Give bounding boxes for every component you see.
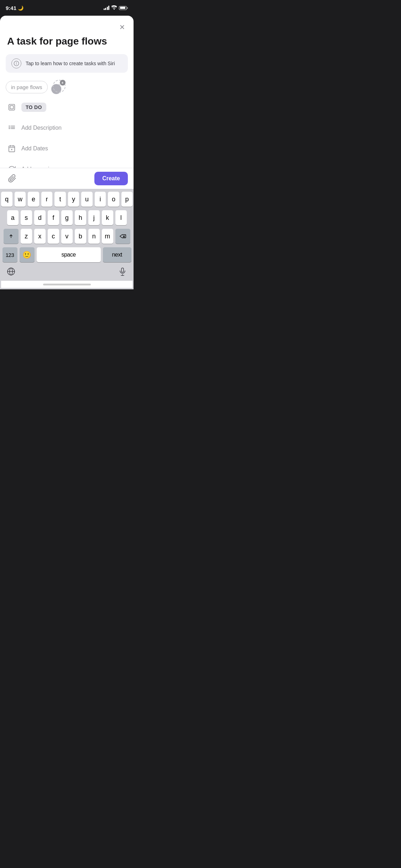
home-indicator [1, 281, 132, 288]
home-bar [43, 284, 91, 285]
key-b[interactable]: b [75, 229, 86, 244]
svg-point-5 [58, 84, 60, 86]
key-w[interactable]: w [15, 192, 26, 207]
task-title-input[interactable] [7, 36, 126, 47]
key-h[interactable]: h [75, 210, 86, 225]
attach-button[interactable] [6, 172, 19, 185]
svg-rect-7 [10, 105, 13, 109]
key-e[interactable]: e [28, 192, 39, 207]
key-i[interactable]: i [95, 192, 106, 207]
info-icon [11, 58, 21, 68]
key-j[interactable]: j [88, 210, 100, 225]
time-text: 9:41 [6, 5, 16, 11]
modal-content: Tap to learn how to create tasks with Si… [0, 16, 134, 168]
key-l[interactable]: l [115, 210, 127, 225]
key-r[interactable]: r [41, 192, 53, 207]
recurring-icon [7, 165, 16, 168]
key-k[interactable]: k [102, 210, 113, 225]
task-title-area [0, 36, 134, 54]
dates-row[interactable]: Add Dates [0, 138, 134, 159]
key-t[interactable]: t [54, 192, 66, 207]
wifi-icon [111, 5, 117, 11]
key-p[interactable]: p [121, 192, 133, 207]
description-row[interactable]: Add Description [0, 118, 134, 138]
todo-badge[interactable]: TO DO [21, 103, 46, 112]
bottom-toolbar: Create [0, 168, 134, 189]
keyboard-row-1: q w e r t y u i o p [1, 192, 132, 207]
key-g[interactable]: g [61, 210, 73, 225]
keyboard-row-4: 123 🙂 space next [1, 247, 132, 262]
description-icon [7, 123, 16, 133]
space-key[interactable]: space [37, 247, 101, 262]
moon-icon: 🌙 [18, 5, 24, 11]
globe-icon[interactable] [7, 267, 15, 278]
key-s[interactable]: s [21, 210, 32, 225]
svg-rect-14 [9, 146, 15, 152]
keyboard-row-2: a s d f g h j k l [1, 210, 132, 225]
key-u[interactable]: u [81, 192, 93, 207]
key-a[interactable]: a [7, 210, 19, 225]
dates-label: Add Dates [21, 145, 48, 152]
assign-plus-icon: + [60, 80, 66, 86]
status-row[interactable]: TO DO [0, 97, 134, 118]
key-n[interactable]: n [88, 229, 100, 244]
key-q[interactable]: q [1, 192, 12, 207]
emoji-key[interactable]: 🙂 [20, 247, 35, 262]
next-key[interactable]: next [103, 247, 131, 262]
status-bar: 9:41 🌙 [0, 0, 134, 16]
modal-header [0, 16, 134, 36]
create-button[interactable]: Create [94, 172, 128, 185]
status-time: 9:41 🌙 [6, 5, 24, 11]
battery-icon [119, 6, 128, 10]
status-icon [7, 103, 16, 112]
keyboard-bottom [1, 266, 132, 281]
close-button[interactable] [116, 21, 128, 33]
dates-icon [7, 144, 16, 153]
siri-banner[interactable]: Tap to learn how to create tasks with Si… [6, 54, 128, 73]
svg-point-18 [11, 149, 12, 150]
delete-key[interactable] [115, 229, 130, 244]
keyboard-row-3: z x c v b n m [1, 229, 132, 244]
key-m[interactable]: m [102, 229, 113, 244]
key-f[interactable]: f [48, 210, 59, 225]
key-z[interactable]: z [21, 229, 32, 244]
flow-row: in page flows + [0, 78, 134, 97]
key-d[interactable]: d [34, 210, 46, 225]
key-o[interactable]: o [108, 192, 119, 207]
key-y[interactable]: y [68, 192, 79, 207]
siri-text: Tap to learn how to create tasks with Si… [26, 61, 115, 66]
shift-key[interactable] [4, 229, 19, 244]
key-x[interactable]: x [34, 229, 46, 244]
svg-rect-25 [121, 268, 124, 272]
mic-icon[interactable] [118, 267, 127, 278]
recurring-row[interactable]: Add recurring [0, 159, 134, 168]
svg-rect-6 [9, 104, 15, 110]
status-icons [104, 5, 128, 11]
key-c[interactable]: c [48, 229, 59, 244]
num-key[interactable]: 123 [2, 247, 17, 262]
signal-icon [104, 6, 110, 10]
task-modal: Tap to learn how to create tasks with Si… [0, 16, 134, 289]
key-v[interactable]: v [61, 229, 73, 244]
description-label: Add Description [21, 125, 62, 131]
keyboard: q w e r t y u i o p a s d f g h j k l [0, 189, 134, 289]
flow-pill[interactable]: in page flows [6, 81, 48, 93]
assign-button[interactable]: + [51, 80, 66, 94]
